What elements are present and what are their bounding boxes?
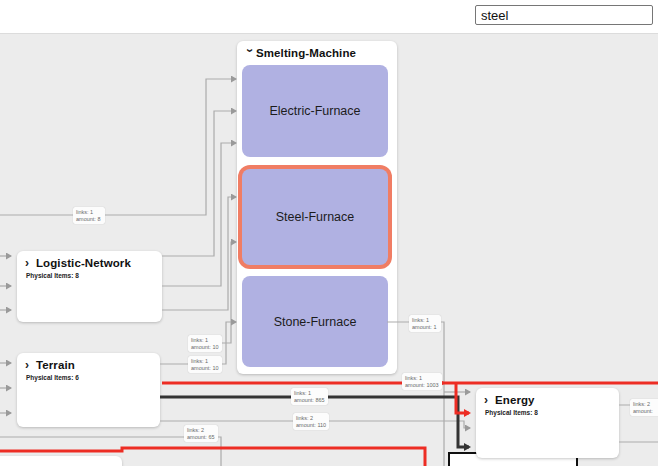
node-label: Stone-Furnace: [274, 315, 357, 329]
group-header[interactable]: › Logistic-Network: [17, 251, 162, 271]
group-header[interactable]: › Energy: [476, 388, 619, 408]
edge-label: links: 1amount: 10: [188, 356, 222, 373]
chevron-right-icon[interactable]: ›: [484, 395, 495, 405]
node-steel-furnace[interactable]: Steel-Furnace: [242, 169, 388, 265]
edge-label: links: 2amount: 110: [293, 413, 329, 430]
partial-card[interactable]: [0, 456, 122, 466]
group-smelting-machine[interactable]: › Smelting-Machine Electric-Furnace Stee…: [237, 41, 397, 374]
group-energy[interactable]: › Energy Physical Items: 8: [476, 388, 619, 458]
chevron-right-icon[interactable]: ›: [25, 360, 36, 370]
group-title: Terrain: [36, 359, 75, 371]
edge-label: links: 2amount:: [630, 399, 658, 416]
group-title: Smelting-Machine: [256, 47, 356, 59]
group-header[interactable]: › Terrain: [17, 353, 160, 373]
group-logistic-network[interactable]: › Logistic-Network Physical Items: 8: [17, 251, 162, 322]
group-item-count: Physical Items: 8: [17, 271, 162, 279]
edge-label: links: 1amount: 1003: [402, 373, 442, 390]
node-label: Steel-Furnace: [276, 210, 355, 224]
group-header[interactable]: › Smelting-Machine: [237, 41, 397, 61]
chevron-right-icon[interactable]: ›: [25, 258, 36, 268]
edge-label: links: 1amount: 1: [409, 315, 441, 332]
node-label: Electric-Furnace: [270, 104, 361, 118]
edge-label: links: 1amount: 8: [73, 207, 105, 224]
group-title: Energy: [495, 394, 535, 406]
group-item-count: Physical Items: 6: [17, 373, 160, 381]
top-bar: [0, 0, 658, 33]
group-terrain[interactable]: › Terrain Physical Items: 6: [17, 353, 160, 427]
edge-label: links: 2amount: 65: [184, 425, 218, 442]
chevron-down-icon[interactable]: ›: [245, 49, 255, 60]
edge-label: links: 1amount: 10: [188, 335, 222, 352]
node-electric-furnace[interactable]: Electric-Furnace: [242, 65, 388, 157]
group-title: Logistic-Network: [36, 257, 131, 269]
search-input[interactable]: [475, 5, 653, 25]
node-stone-furnace[interactable]: Stone-Furnace: [242, 276, 388, 367]
group-item-count: Physical Items: 8: [476, 408, 619, 416]
edge-label: links: 1amount: 865: [291, 388, 328, 405]
